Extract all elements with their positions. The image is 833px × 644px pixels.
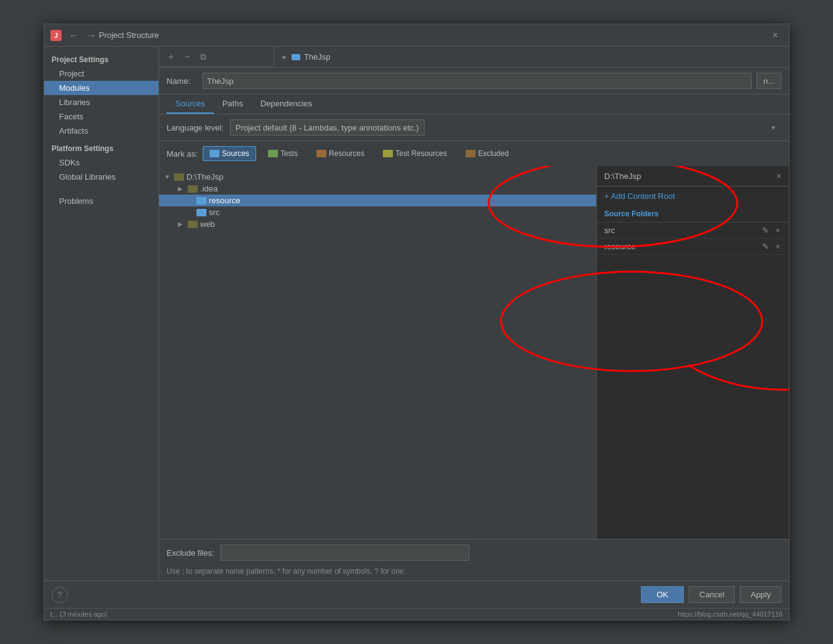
language-level-label: Language level: — [167, 123, 224, 132]
name-label: Name: — [167, 76, 198, 86]
edit-resource-button[interactable]: ✎ — [761, 242, 770, 251]
dialog-title: Project Structure — [99, 30, 768, 40]
tab-paths[interactable]: Paths — [214, 94, 252, 114]
module-toolbar: + − ⧉ — [159, 47, 274, 67]
forward-button[interactable]: → — [84, 29, 99, 42]
left-panel: Project Settings Project Modules Librari… — [44, 47, 159, 581]
tree-expand-icon: ► — [282, 53, 288, 60]
sidebar-item-modules[interactable]: Modules — [44, 81, 159, 95]
tree-web-label: web — [200, 219, 215, 229]
tree-src-label: src — [209, 208, 219, 217]
name-bar: Name: n... — [159, 68, 789, 94]
tree-root-label: D:\TheJsp — [186, 172, 223, 182]
sidebar-item-facets[interactable]: Facets — [44, 109, 159, 124]
add-content-root-button[interactable]: + Add Content Root — [597, 186, 789, 206]
content-area: + − ⧉ ► TheJsp Name: n... — [159, 47, 789, 581]
copy-module-button[interactable]: ⧉ — [196, 50, 210, 63]
right-panel-close-button[interactable]: × — [776, 171, 781, 181]
file-tree: ▼ D:\TheJsp ▶ .idea resource — [159, 166, 596, 539]
mark-resources-button[interactable]: Resources — [310, 146, 371, 161]
cancel-button[interactable]: Cancel — [689, 586, 735, 603]
close-button[interactable]: × — [768, 28, 783, 43]
exclude-files-hint: Use ; to separate name patterns, * for a… — [159, 566, 789, 581]
sidebar-item-libraries[interactable]: Libraries — [44, 95, 159, 109]
name-input[interactable] — [203, 73, 752, 89]
tabs-bar: Sources Paths Dependencies — [159, 94, 789, 114]
tree-item-web[interactable]: ▶ web — [159, 218, 596, 230]
tree-expand-web-icon: ▶ — [178, 221, 185, 228]
source-folder-row-resource: resource ✎ × — [597, 239, 789, 255]
tree-item-src[interactable]: src — [159, 206, 596, 218]
status-left: t... (3 minutes ago) — [50, 610, 108, 618]
project-settings-label: Project Settings — [44, 52, 159, 67]
ok-button[interactable]: OK — [641, 586, 684, 603]
tree-idea-label: .idea — [200, 184, 218, 193]
project-structure-dialog: J ← → Project Structure × Project Settin… — [44, 24, 789, 620]
back-button[interactable]: ← — [67, 29, 81, 42]
main-content: Project Settings Project Modules Librari… — [44, 47, 789, 581]
nav-arrows: ← → — [67, 29, 99, 42]
help-button[interactable]: ? — [52, 587, 68, 603]
add-module-button[interactable]: + — [164, 50, 178, 63]
language-level-select[interactable]: Project default (8 - Lambdas, type annot… — [230, 119, 425, 136]
bottom-bar: ? OK Cancel Apply — [44, 581, 789, 608]
module-name: TheJsp — [304, 52, 331, 62]
tree-item-root[interactable]: ▼ D:\TheJsp — [159, 171, 596, 183]
source-folder-src-actions: ✎ × — [761, 226, 781, 235]
source-folders-label: Source Folders — [597, 206, 789, 223]
sidebar-item-artifacts[interactable]: Artifacts — [44, 124, 159, 138]
mark-as-bar: Mark as: Sources Tests Resources Test Re… — [159, 141, 789, 166]
right-panel-path: D:\TheJsp — [604, 172, 641, 181]
tree-item-idea[interactable]: ▶ .idea — [159, 183, 596, 195]
sidebar-item-global-libraries[interactable]: Global Libraries — [44, 170, 159, 184]
mark-tests-button[interactable]: Tests — [261, 146, 305, 161]
tree-item-resource[interactable]: resource — [159, 195, 596, 206]
test-resources-folder-icon — [383, 150, 393, 157]
excluded-folder-icon — [466, 150, 476, 157]
module-folder-icon — [292, 54, 300, 60]
exclude-section: Exclude files: Use ; to separate name pa… — [159, 539, 789, 581]
platform-settings-label: Platform Settings — [44, 138, 159, 155]
tree-folder-web-icon — [188, 221, 198, 228]
tree-folder-icon — [174, 173, 184, 181]
tests-folder-icon — [268, 150, 278, 157]
resources-folder-icon — [316, 150, 326, 157]
tree-resource-label: resource — [209, 196, 241, 205]
mark-as-label: Mark as: — [167, 149, 198, 159]
sidebar-item-project[interactable]: Project — [44, 67, 159, 81]
edit-src-button[interactable]: ✎ — [761, 226, 770, 235]
mark-test-resources-button[interactable]: Test Resources — [376, 146, 454, 161]
remove-module-button[interactable]: − — [180, 50, 194, 63]
language-level-wrapper: Project default (8 - Lambdas, type annot… — [230, 119, 781, 136]
apply-button[interactable]: Apply — [740, 586, 781, 603]
language-level-bar: Language level: Project default (8 - Lam… — [159, 114, 789, 141]
sidebar-item-sdks[interactable]: SDKs — [44, 155, 159, 170]
name-extra-button[interactable]: n... — [757, 73, 781, 89]
exclude-area: Exclude files: — [159, 539, 789, 566]
right-panel: D:\TheJsp × + Add Content Root Source Fo… — [596, 166, 789, 539]
sources-body: ▼ D:\TheJsp ▶ .idea resource — [159, 166, 789, 539]
app-icon: J — [50, 30, 62, 41]
tree-expand-idea-icon: ▶ — [178, 185, 185, 192]
mark-excluded-button[interactable]: Excluded — [459, 146, 515, 161]
sources-folder-icon — [209, 150, 219, 157]
tab-sources[interactable]: Sources — [167, 94, 214, 114]
mark-sources-button[interactable]: Sources — [203, 146, 256, 161]
module-list-item[interactable]: ► TheJsp — [274, 47, 789, 67]
source-folder-src-name: src — [604, 226, 761, 235]
tree-folder-idea-icon — [188, 185, 198, 193]
tree-folder-resource-icon — [196, 197, 206, 205]
tab-dependencies[interactable]: Dependencies — [252, 94, 321, 114]
status-right: https://blog.csdn.net/qq_44017116 — [678, 610, 783, 618]
source-folder-row-src: src ✎ × — [597, 223, 789, 239]
exclude-files-input[interactable] — [221, 545, 469, 561]
sidebar-item-problems[interactable]: Problems — [44, 194, 159, 208]
status-bar: t... (3 minutes ago) https://blog.csdn.n… — [44, 608, 789, 620]
sidebar: Project Settings Project Modules Librari… — [44, 47, 159, 208]
exclude-files-label: Exclude files: — [167, 548, 214, 558]
right-panel-header: D:\TheJsp × — [597, 166, 789, 186]
remove-src-button[interactable]: × — [774, 226, 781, 235]
title-bar: J ← → Project Structure × — [44, 24, 789, 47]
remove-resource-button[interactable]: × — [774, 242, 781, 251]
source-folder-resource-actions: ✎ × — [761, 242, 781, 251]
